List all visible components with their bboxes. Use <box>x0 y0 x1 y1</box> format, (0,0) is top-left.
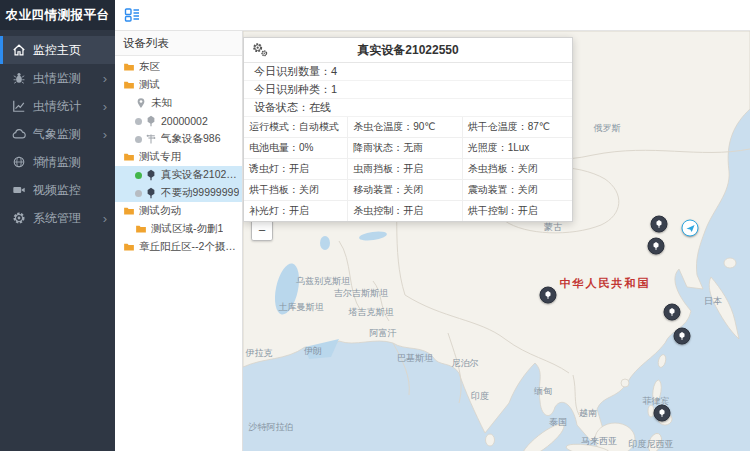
device-status-grid: 运行模式：自动模式 杀虫仓温度：90℃ 烘干仓温度：87℃ 电池电量：0% 降雨… <box>244 117 572 221</box>
sidebar-item-weather-monitor[interactable]: 气象监测 › <box>0 120 115 148</box>
folder-icon <box>123 205 135 217</box>
tree-folder-test-nomove[interactable]: 测试勿动 <box>115 202 242 220</box>
popup-header: 真实设备21022550 <box>244 38 572 63</box>
grid-cell: 杀虫挡板：关闭 <box>463 159 572 180</box>
sidebar-nav: 监控主页 虫情监测 › 虫情统计 › 气象监测 › 墒情监测 视频监控 系统管理 <box>0 30 115 232</box>
grid-cell: 诱虫灯：开启 <box>244 159 348 180</box>
device-marker-insect-trap[interactable] <box>540 287 557 304</box>
app-title: 农业四情测报平台 <box>0 0 115 30</box>
popup-title: 真实设备21022550 <box>357 42 458 59</box>
chevron-right-icon: › <box>103 128 107 141</box>
tree-folder-test-special[interactable]: 测试专用 <box>115 148 242 166</box>
chevron-right-icon: › <box>103 212 107 225</box>
status-dot-offline <box>135 136 142 143</box>
folder-icon <box>135 223 147 235</box>
zoom-out-button[interactable]: − <box>252 221 272 240</box>
chevron-right-icon: › <box>103 100 107 113</box>
sidebar-item-home[interactable]: 监控主页 <box>0 36 115 64</box>
grid-cell: 运行模式：自动模式 <box>244 117 348 138</box>
tree-folder-zhangqiu-cameras[interactable]: 章丘阳丘区--2个摄像头 <box>115 238 242 256</box>
highlighted-device-marker[interactable] <box>682 220 699 237</box>
insect-trap-icon <box>145 115 157 127</box>
device-list-panel: 设备列表 东区 测试 未知 20000002 气象设备986 测试专用 <box>115 31 243 451</box>
folder-icon <box>123 241 135 253</box>
device-marker-insect-trap[interactable] <box>651 216 668 233</box>
sidebar-item-label: 视频监控 <box>33 182 81 199</box>
sidebar-item-video-monitor[interactable]: 视频监控 <box>0 176 115 204</box>
grid-cell: 虫雨挡板：开启 <box>348 159 463 180</box>
grid-cell: 移动装置：关闭 <box>348 180 463 201</box>
sidebar-item-label: 虫情统计 <box>33 98 81 115</box>
weather-station-icon <box>145 133 157 145</box>
insect-trap-icon <box>145 169 157 181</box>
sidebar-item-label: 系统管理 <box>33 210 81 227</box>
grid-cell: 光照度：1Lux <box>463 138 572 159</box>
sidebar-item-insect-monitor[interactable]: 虫情监测 › <box>0 64 115 92</box>
layout-grid-icon[interactable] <box>124 7 140 23</box>
device-marker-insect-trap[interactable] <box>654 405 671 422</box>
status-dot-offline <box>135 118 142 125</box>
sidebar-item-system-admin[interactable]: 系统管理 › <box>0 204 115 232</box>
sidebar-item-soil-monitor[interactable]: 墒情监测 <box>0 148 115 176</box>
folder-icon <box>123 79 135 91</box>
tree-device-unknown[interactable]: 未知 <box>115 94 242 112</box>
settings-gears-icon[interactable] <box>252 42 269 59</box>
home-icon <box>12 43 26 57</box>
gear-icon <box>12 211 26 225</box>
grid-cell: 震动装置：关闭 <box>463 180 572 201</box>
tree-device-dontmove-99999999[interactable]: 不要动99999999 <box>115 184 242 202</box>
folder-icon <box>123 151 135 163</box>
device-marker-insect-trap[interactable] <box>674 328 691 345</box>
map-area[interactable]: 俄罗斯 哈萨克斯坦 蒙古 中华人民共和国 吉尔吉斯斯坦 乌兹别克斯坦 土库曼斯坦… <box>243 31 750 451</box>
device-info-popup: 真实设备21022550 今日识别数量：4 今日识别种类：1 设备状态：在线 运… <box>243 37 573 222</box>
stat-recognition-count: 今日识别数量：4 <box>244 63 572 81</box>
globe-icon <box>12 155 26 169</box>
line-chart-icon <box>12 99 26 113</box>
sidebar-item-label: 虫情监测 <box>33 70 81 87</box>
grid-cell: 杀虫仓温度：90℃ <box>348 117 463 138</box>
status-dot-offline <box>135 190 142 197</box>
grid-cell: 电池电量：0% <box>244 138 348 159</box>
device-marker-insect-trap[interactable] <box>648 238 665 255</box>
topbar <box>115 0 750 31</box>
tree-folder-test-area[interactable]: 测试区域-勿删1 <box>115 220 242 238</box>
tree-device-real-21022550[interactable]: 真实设备21022550 <box>115 166 242 184</box>
cloud-icon <box>12 127 26 141</box>
folder-icon <box>123 61 135 73</box>
stat-recognition-types: 今日识别种类：1 <box>244 81 572 99</box>
grid-cell: 补光灯：开启 <box>244 201 348 221</box>
sidebar-item-label: 监控主页 <box>33 42 81 59</box>
insect-trap-icon <box>145 187 157 199</box>
sidebar: 农业四情测报平台 监控主页 虫情监测 › 虫情统计 › 气象监测 › 墒情监测 … <box>0 0 115 451</box>
sidebar-item-label: 墒情监测 <box>33 154 81 171</box>
bug-icon <box>12 71 26 85</box>
chevron-right-icon: › <box>103 72 107 85</box>
sidebar-item-insect-stats[interactable]: 虫情统计 › <box>0 92 115 120</box>
tree-device-20000002[interactable]: 20000002 <box>115 112 242 130</box>
grid-cell: 杀虫控制：开启 <box>348 201 463 221</box>
status-dot-online <box>135 172 142 179</box>
sidebar-item-label: 气象监测 <box>33 126 81 143</box>
grid-cell: 烘干挡板：关闭 <box>244 180 348 201</box>
video-camera-icon <box>12 183 26 197</box>
stat-device-status: 设备状态：在线 <box>244 99 572 117</box>
tree-folder-east[interactable]: 东区 <box>115 58 242 76</box>
device-list-title: 设备列表 <box>115 31 242 56</box>
grid-cell: 烘干仓温度：87℃ <box>463 117 572 138</box>
grid-cell: 烘干控制：开启 <box>463 201 572 221</box>
map-pin-icon <box>135 97 147 109</box>
grid-cell: 降雨状态：无雨 <box>348 138 463 159</box>
popup-stats: 今日识别数量：4 今日识别种类：1 设备状态：在线 <box>244 63 572 117</box>
tree-device-weather-986[interactable]: 气象设备986 <box>115 130 242 148</box>
device-marker-insect-trap[interactable] <box>664 304 681 321</box>
device-tree: 东区 测试 未知 20000002 气象设备986 测试专用 真实设备21022… <box>115 56 242 256</box>
tree-folder-test[interactable]: 测试 <box>115 76 242 94</box>
